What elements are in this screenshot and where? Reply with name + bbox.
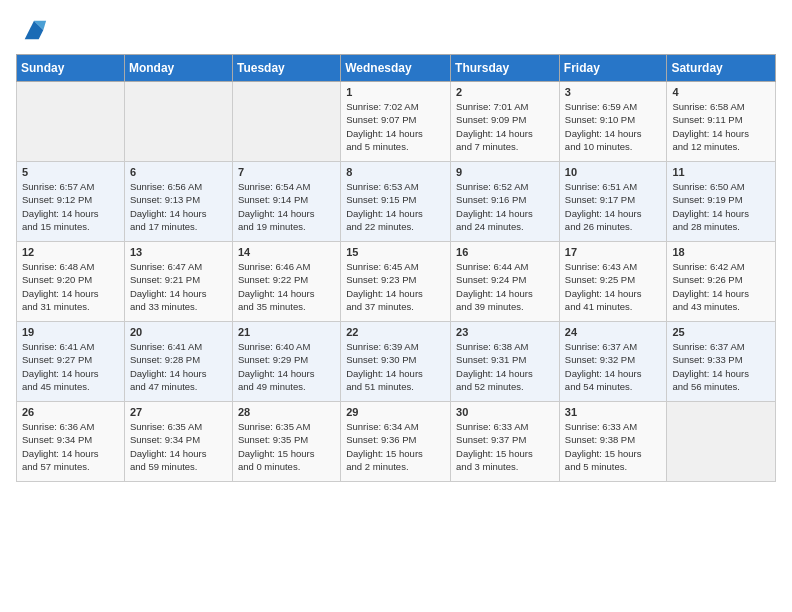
day-cell-17: 17Sunrise: 6:43 AM Sunset: 9:25 PM Dayli…	[559, 242, 667, 322]
day-number: 17	[565, 246, 662, 258]
day-cell-22: 22Sunrise: 6:39 AM Sunset: 9:30 PM Dayli…	[341, 322, 451, 402]
day-number: 11	[672, 166, 770, 178]
day-detail: Sunrise: 6:36 AM Sunset: 9:34 PM Dayligh…	[22, 420, 119, 473]
day-cell-2: 2Sunrise: 7:01 AM Sunset: 9:09 PM Daylig…	[451, 82, 560, 162]
day-number: 7	[238, 166, 335, 178]
day-cell-empty	[232, 82, 340, 162]
day-detail: Sunrise: 6:44 AM Sunset: 9:24 PM Dayligh…	[456, 260, 554, 313]
day-detail: Sunrise: 6:35 AM Sunset: 9:35 PM Dayligh…	[238, 420, 335, 473]
day-number: 29	[346, 406, 445, 418]
day-detail: Sunrise: 6:37 AM Sunset: 9:32 PM Dayligh…	[565, 340, 662, 393]
week-row-4: 19Sunrise: 6:41 AM Sunset: 9:27 PM Dayli…	[17, 322, 776, 402]
day-detail: Sunrise: 6:47 AM Sunset: 9:21 PM Dayligh…	[130, 260, 227, 313]
calendar-table: SundayMondayTuesdayWednesdayThursdayFrid…	[16, 54, 776, 482]
day-number: 21	[238, 326, 335, 338]
week-row-2: 5Sunrise: 6:57 AM Sunset: 9:12 PM Daylig…	[17, 162, 776, 242]
day-number: 16	[456, 246, 554, 258]
day-number: 5	[22, 166, 119, 178]
day-cell-24: 24Sunrise: 6:37 AM Sunset: 9:32 PM Dayli…	[559, 322, 667, 402]
day-cell-21: 21Sunrise: 6:40 AM Sunset: 9:29 PM Dayli…	[232, 322, 340, 402]
col-header-friday: Friday	[559, 55, 667, 82]
col-header-sunday: Sunday	[17, 55, 125, 82]
day-cell-19: 19Sunrise: 6:41 AM Sunset: 9:27 PM Dayli…	[17, 322, 125, 402]
day-detail: Sunrise: 6:57 AM Sunset: 9:12 PM Dayligh…	[22, 180, 119, 233]
day-cell-13: 13Sunrise: 6:47 AM Sunset: 9:21 PM Dayli…	[124, 242, 232, 322]
day-number: 9	[456, 166, 554, 178]
day-detail: Sunrise: 6:41 AM Sunset: 9:27 PM Dayligh…	[22, 340, 119, 393]
day-detail: Sunrise: 6:50 AM Sunset: 9:19 PM Dayligh…	[672, 180, 770, 233]
day-detail: Sunrise: 6:52 AM Sunset: 9:16 PM Dayligh…	[456, 180, 554, 233]
day-number: 30	[456, 406, 554, 418]
day-cell-20: 20Sunrise: 6:41 AM Sunset: 9:28 PM Dayli…	[124, 322, 232, 402]
day-cell-30: 30Sunrise: 6:33 AM Sunset: 9:37 PM Dayli…	[451, 402, 560, 482]
day-cell-23: 23Sunrise: 6:38 AM Sunset: 9:31 PM Dayli…	[451, 322, 560, 402]
day-cell-empty	[17, 82, 125, 162]
day-detail: Sunrise: 6:56 AM Sunset: 9:13 PM Dayligh…	[130, 180, 227, 233]
logo-icon	[20, 16, 48, 44]
day-cell-4: 4Sunrise: 6:58 AM Sunset: 9:11 PM Daylig…	[667, 82, 776, 162]
day-detail: Sunrise: 6:33 AM Sunset: 9:38 PM Dayligh…	[565, 420, 662, 473]
day-number: 27	[130, 406, 227, 418]
day-cell-27: 27Sunrise: 6:35 AM Sunset: 9:34 PM Dayli…	[124, 402, 232, 482]
day-detail: Sunrise: 6:35 AM Sunset: 9:34 PM Dayligh…	[130, 420, 227, 473]
col-header-monday: Monday	[124, 55, 232, 82]
day-number: 2	[456, 86, 554, 98]
day-detail: Sunrise: 6:45 AM Sunset: 9:23 PM Dayligh…	[346, 260, 445, 313]
day-number: 6	[130, 166, 227, 178]
day-cell-12: 12Sunrise: 6:48 AM Sunset: 9:20 PM Dayli…	[17, 242, 125, 322]
day-number: 4	[672, 86, 770, 98]
day-detail: Sunrise: 7:01 AM Sunset: 9:09 PM Dayligh…	[456, 100, 554, 153]
day-number: 13	[130, 246, 227, 258]
day-cell-empty	[667, 402, 776, 482]
day-cell-11: 11Sunrise: 6:50 AM Sunset: 9:19 PM Dayli…	[667, 162, 776, 242]
day-number: 31	[565, 406, 662, 418]
day-cell-8: 8Sunrise: 6:53 AM Sunset: 9:15 PM Daylig…	[341, 162, 451, 242]
day-detail: Sunrise: 6:39 AM Sunset: 9:30 PM Dayligh…	[346, 340, 445, 393]
day-cell-1: 1Sunrise: 7:02 AM Sunset: 9:07 PM Daylig…	[341, 82, 451, 162]
calendar-header-row: SundayMondayTuesdayWednesdayThursdayFrid…	[17, 55, 776, 82]
day-cell-10: 10Sunrise: 6:51 AM Sunset: 9:17 PM Dayli…	[559, 162, 667, 242]
col-header-wednesday: Wednesday	[341, 55, 451, 82]
day-cell-5: 5Sunrise: 6:57 AM Sunset: 9:12 PM Daylig…	[17, 162, 125, 242]
day-detail: Sunrise: 6:42 AM Sunset: 9:26 PM Dayligh…	[672, 260, 770, 313]
day-cell-empty	[124, 82, 232, 162]
day-cell-7: 7Sunrise: 6:54 AM Sunset: 9:14 PM Daylig…	[232, 162, 340, 242]
day-detail: Sunrise: 6:54 AM Sunset: 9:14 PM Dayligh…	[238, 180, 335, 233]
day-cell-16: 16Sunrise: 6:44 AM Sunset: 9:24 PM Dayli…	[451, 242, 560, 322]
day-cell-26: 26Sunrise: 6:36 AM Sunset: 9:34 PM Dayli…	[17, 402, 125, 482]
day-number: 20	[130, 326, 227, 338]
day-detail: Sunrise: 6:37 AM Sunset: 9:33 PM Dayligh…	[672, 340, 770, 393]
day-detail: Sunrise: 6:53 AM Sunset: 9:15 PM Dayligh…	[346, 180, 445, 233]
day-detail: Sunrise: 6:40 AM Sunset: 9:29 PM Dayligh…	[238, 340, 335, 393]
day-cell-3: 3Sunrise: 6:59 AM Sunset: 9:10 PM Daylig…	[559, 82, 667, 162]
day-detail: Sunrise: 6:38 AM Sunset: 9:31 PM Dayligh…	[456, 340, 554, 393]
day-cell-6: 6Sunrise: 6:56 AM Sunset: 9:13 PM Daylig…	[124, 162, 232, 242]
day-detail: Sunrise: 6:59 AM Sunset: 9:10 PM Dayligh…	[565, 100, 662, 153]
day-number: 14	[238, 246, 335, 258]
day-detail: Sunrise: 6:58 AM Sunset: 9:11 PM Dayligh…	[672, 100, 770, 153]
day-cell-28: 28Sunrise: 6:35 AM Sunset: 9:35 PM Dayli…	[232, 402, 340, 482]
day-cell-15: 15Sunrise: 6:45 AM Sunset: 9:23 PM Dayli…	[341, 242, 451, 322]
week-row-5: 26Sunrise: 6:36 AM Sunset: 9:34 PM Dayli…	[17, 402, 776, 482]
day-cell-31: 31Sunrise: 6:33 AM Sunset: 9:38 PM Dayli…	[559, 402, 667, 482]
day-detail: Sunrise: 6:43 AM Sunset: 9:25 PM Dayligh…	[565, 260, 662, 313]
day-cell-29: 29Sunrise: 6:34 AM Sunset: 9:36 PM Dayli…	[341, 402, 451, 482]
col-header-saturday: Saturday	[667, 55, 776, 82]
day-detail: Sunrise: 6:34 AM Sunset: 9:36 PM Dayligh…	[346, 420, 445, 473]
day-number: 3	[565, 86, 662, 98]
col-header-tuesday: Tuesday	[232, 55, 340, 82]
day-cell-18: 18Sunrise: 6:42 AM Sunset: 9:26 PM Dayli…	[667, 242, 776, 322]
logo	[16, 16, 48, 44]
day-detail: Sunrise: 6:51 AM Sunset: 9:17 PM Dayligh…	[565, 180, 662, 233]
day-number: 26	[22, 406, 119, 418]
day-cell-9: 9Sunrise: 6:52 AM Sunset: 9:16 PM Daylig…	[451, 162, 560, 242]
col-header-thursday: Thursday	[451, 55, 560, 82]
page-header	[16, 16, 776, 44]
day-number: 18	[672, 246, 770, 258]
day-detail: Sunrise: 6:41 AM Sunset: 9:28 PM Dayligh…	[130, 340, 227, 393]
day-number: 19	[22, 326, 119, 338]
day-number: 22	[346, 326, 445, 338]
day-detail: Sunrise: 6:33 AM Sunset: 9:37 PM Dayligh…	[456, 420, 554, 473]
day-number: 8	[346, 166, 445, 178]
day-number: 12	[22, 246, 119, 258]
